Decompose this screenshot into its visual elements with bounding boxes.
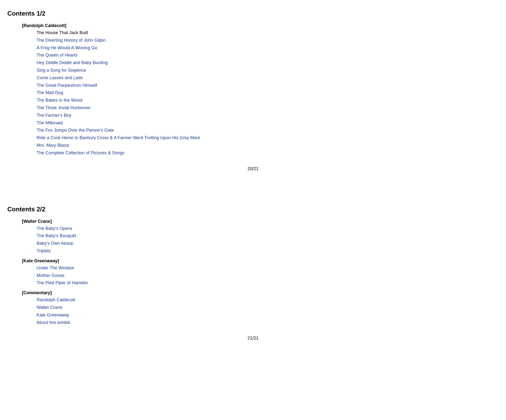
group-walter-crane: [Walter Crane] The Baby's Opera The Baby… (22, 219, 499, 254)
section-2-walter-crane-items: The Baby's Opera The Baby's Bouquêt Baby… (37, 225, 499, 254)
group-kate-greenaway-label: [Kate Greenaway] (22, 258, 499, 264)
list-item[interactable]: Hey Diddle Diddle and Baby Bunting (37, 59, 499, 66)
section-1-title: Contents 1/2 (7, 10, 499, 17)
list-item[interactable]: The Great Panjandrum Himself (37, 82, 499, 89)
group-walter-crane-label: [Walter Crane] (22, 219, 499, 224)
list-item[interactable]: The Complete Collection of Pictures & So… (37, 149, 499, 156)
list-item[interactable]: Mrs. Mary Blaize (37, 142, 499, 149)
list-item[interactable]: The Babes in the Wood (37, 97, 499, 104)
list-item[interactable]: Walter Crane (37, 304, 499, 311)
list-item: The House That Jack Built (37, 29, 499, 36)
list-item[interactable]: The Pied Piper of Hamelin (37, 279, 499, 286)
list-item[interactable]: About this exhibit (37, 319, 499, 326)
list-item[interactable]: The Baby's Opera (37, 225, 499, 232)
section-2: Contents 2/2 [Walter Crane] The Baby's O… (7, 205, 499, 341)
list-item[interactable]: The Farmer's Boy (37, 112, 499, 119)
list-item[interactable]: The Mad Dog (37, 89, 499, 96)
list-item[interactable]: Come Lasses and Lads (37, 74, 499, 81)
list-item[interactable]: The Baby's Bouquêt (37, 232, 499, 239)
list-item[interactable]: The Milkmaid (37, 119, 499, 127)
section-1-page-number: 20/21 (7, 166, 499, 171)
group-randolph-caldecott-label: [Randolph Caldecott] (22, 23, 499, 28)
section-2-kate-greenaway-items: Under The Window Mother Goose The Pied P… (37, 264, 499, 286)
group-commentary: [Commentary] Randolph Caldecott Walter C… (22, 290, 499, 326)
list-item[interactable]: The Diverting History of John Gilpin (37, 37, 499, 44)
section-2-commentary-items: Randolph Caldecott Walter Crane Kate Gre… (37, 296, 499, 326)
list-item[interactable]: Sing a Song for Sixpence (37, 67, 499, 74)
list-item[interactable]: The Fox Jumps Over the Parson's Gate (37, 127, 499, 134)
section-1: Contents 1/2 [Randolph Caldecott] The Ho… (7, 10, 499, 171)
list-item[interactable]: The Three Jovial Huntsmen (37, 104, 499, 111)
list-item[interactable]: Triplets (37, 247, 499, 254)
section-1-items: The House That Jack Built The Diverting … (37, 29, 499, 156)
group-kate-greenaway: [Kate Greenaway] Under The Window Mother… (22, 258, 499, 286)
list-item[interactable]: Randolph Caldecott (37, 296, 499, 303)
list-item[interactable]: Baby's Own Aesop (37, 240, 499, 247)
list-item[interactable]: Kate Greenaway (37, 312, 499, 319)
group-randolph-caldecott: [Randolph Caldecott] The House That Jack… (22, 23, 499, 156)
spacer (7, 186, 499, 205)
group-commentary-label: [Commentary] (22, 290, 499, 295)
list-item[interactable]: The Queen of Hearts (37, 52, 499, 59)
list-item[interactable]: Mother Goose (37, 272, 499, 279)
list-item[interactable]: A Frog He Would A-Wooing Go (37, 44, 499, 51)
list-item[interactable]: Ride a Cock Horse to Banbury Cross & A F… (37, 134, 499, 141)
list-item[interactable]: Under The Window (37, 264, 499, 272)
section-2-page-number: 21/21 (7, 336, 499, 341)
section-2-title: Contents 2/2 (7, 205, 499, 213)
